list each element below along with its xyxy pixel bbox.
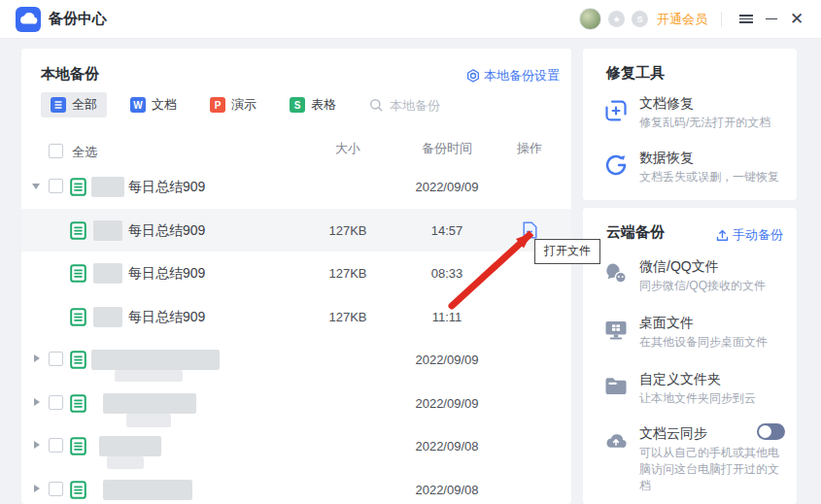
repair-tools-card: 修复工具 文档修复 修复乱码/无法打开的文档 数据恢复 文 <box>583 49 797 200</box>
backup-date: 2022/09/08 <box>408 439 486 454</box>
tab-spreadsheets[interactable]: S 表格 <box>280 92 346 118</box>
row-checkbox[interactable] <box>49 438 63 453</box>
file-name: 每日总结909 <box>128 222 205 240</box>
close-button[interactable]: ✕ <box>784 7 809 32</box>
cloud-backup-title: 云端备份 <box>606 223 665 242</box>
spreadsheet-file-icon <box>70 178 86 196</box>
search-icon <box>369 98 384 113</box>
cloud-backup-card: 云端备份 手动备份 微信/QQ文件 同步微信/QQ接收的文件 <box>583 208 797 504</box>
table-row[interactable]: 每日总结909 2022/09/09 <box>21 165 571 209</box>
select-all-label: 全选 <box>72 144 97 161</box>
spreadsheet-file-icon <box>70 221 86 240</box>
row-checkbox[interactable] <box>49 179 63 193</box>
row-checkbox[interactable] <box>49 352 63 366</box>
desktop-files-title: 桌面文件 <box>639 315 694 332</box>
file-name: 每日总结909 <box>128 309 205 326</box>
data-recovery-subtitle: 文档丢失或误删，一键恢复 <box>639 169 787 185</box>
custom-folder-subtitle: 让本地文件夹同步到云 <box>639 390 787 407</box>
desktop-files-subtitle: 在其他设备同步桌面文件 <box>639 334 787 351</box>
repair-tools-title: 修复工具 <box>606 64 665 83</box>
avatar[interactable] <box>579 8 601 30</box>
table-row[interactable]: 每日总结909 127KB 11:11 <box>21 295 571 339</box>
doc-repair-icon <box>603 98 629 127</box>
backup-date: 2022/09/09 <box>408 353 486 367</box>
wechat-qq-files-subtitle: 同步微信/QQ接收的文件 <box>639 278 787 294</box>
row-checkbox[interactable] <box>49 482 63 496</box>
backup-file-list: 每日总结909 2022/09/09 每日总结909 127KB 14:57 <box>21 165 571 504</box>
table-row[interactable]: 2022/09/08 <box>21 424 571 468</box>
search-box[interactable] <box>369 98 496 113</box>
doc-repair-subtitle: 修复乱码/无法打开的文档 <box>639 115 787 131</box>
select-all-checkbox[interactable] <box>49 144 63 158</box>
vip-badge-icon[interactable]: ★ <box>608 11 625 27</box>
local-backup-settings-link[interactable]: 本地备份设置 <box>466 67 560 84</box>
tab-presentations[interactable]: P 演示 <box>200 92 266 118</box>
chat-files-icon <box>603 261 629 290</box>
toggle-knob <box>759 425 771 438</box>
expand-arrow-icon[interactable] <box>34 398 40 406</box>
backup-time: 08:33 <box>408 266 486 281</box>
upload-icon <box>716 229 729 242</box>
expand-arrow-icon[interactable] <box>34 441 40 449</box>
doc-repair-title: 文档修复 <box>639 95 694 113</box>
column-action: 操作 <box>500 140 559 157</box>
custom-folder-title: 自定义文件夹 <box>639 371 721 388</box>
filter-tabs: 全部 W 文档 P 演示 S 表格 <box>41 91 496 118</box>
all-files-icon <box>51 97 66 113</box>
spreadsheet-file-icon <box>70 264 86 283</box>
file-name: 每日总结909 <box>128 265 205 283</box>
file-size: 127KB <box>309 266 387 281</box>
svg-text:S: S <box>294 100 301 111</box>
file-size: 127KB <box>309 310 387 324</box>
svg-text:W: W <box>133 100 143 111</box>
search-input[interactable] <box>390 98 496 113</box>
tab-all[interactable]: 全部 <box>41 92 107 118</box>
backup-date: 2022/09/09 <box>408 180 486 194</box>
file-name: 每日总结909 <box>128 179 205 196</box>
minimize-button[interactable] <box>759 7 784 32</box>
data-recovery-title: 数据恢复 <box>639 150 694 167</box>
table-row[interactable]: 每日总结909 127KB 08:33 <box>21 252 571 295</box>
doc-cloud-sync-title: 文档云同步 <box>639 425 707 443</box>
redacted-text <box>99 436 161 456</box>
menu-icon[interactable] <box>734 7 759 32</box>
table-row[interactable]: 每日总结909 127KB 14:57 <box>21 209 571 252</box>
word-doc-icon: W <box>130 97 146 113</box>
spreadsheet-file-icon <box>70 394 86 413</box>
table-row[interactable]: 2022/09/09 <box>21 338 571 382</box>
page-title: 本地备份 <box>41 65 99 84</box>
manual-backup-link[interactable]: 手动备份 <box>716 226 783 244</box>
expand-arrow-icon[interactable] <box>34 354 40 362</box>
spreadsheet-file-icon <box>70 437 86 455</box>
app-logo-icon <box>16 7 41 32</box>
doc-cloud-sync-subtitle: 可以从自己的手机或其他电脑访问这台电脑打开过的文档 <box>639 445 787 494</box>
titlebar: 备份中心 ★ S 开通会员 ✕ <box>0 0 821 39</box>
expand-arrow-icon[interactable] <box>34 485 40 492</box>
open-membership-link[interactable]: 开通会员 <box>657 11 707 28</box>
ppt-icon: P <box>210 97 225 113</box>
tab-documents[interactable]: W 文档 <box>120 92 187 118</box>
wechat-qq-files-title: 微信/QQ文件 <box>639 258 719 276</box>
svip-badge-icon[interactable]: S <box>632 11 648 27</box>
backup-center-window: 备份中心 ★ S 开通会员 ✕ 本地备份 本地备份设置 全部 <box>0 0 821 504</box>
collapse-arrow-icon[interactable] <box>32 184 40 189</box>
table-row[interactable]: 2022/09/09 <box>21 382 571 425</box>
redacted-text <box>91 177 124 197</box>
data-recovery-icon <box>603 152 629 182</box>
cloud-sync-icon <box>603 428 629 457</box>
table-header: 全选 大小 备份时间 操作 <box>21 140 571 165</box>
desktop-icon <box>603 318 629 347</box>
spreadsheet-file-icon <box>70 481 86 499</box>
table-row[interactable]: 2022/09/08 <box>21 468 571 504</box>
redacted-text <box>93 263 122 284</box>
gear-icon <box>466 69 480 83</box>
spreadsheet-icon: S <box>290 97 305 113</box>
open-file-tooltip: 打开文件 <box>534 239 600 264</box>
backup-time: 14:57 <box>408 223 486 238</box>
file-size: 127KB <box>309 223 387 238</box>
cloud-sync-toggle[interactable] <box>757 423 785 440</box>
redacted-text <box>93 307 122 327</box>
titlebar-divider <box>721 12 722 27</box>
redacted-text <box>91 350 220 370</box>
row-checkbox[interactable] <box>49 395 63 410</box>
